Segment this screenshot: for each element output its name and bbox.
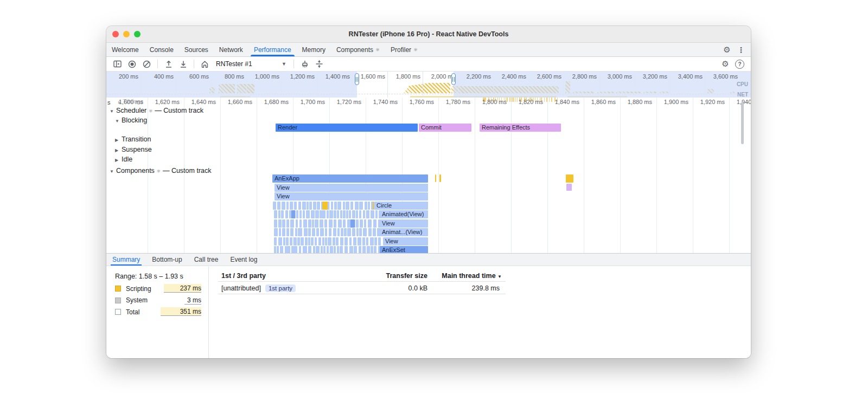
flame-micro-bar[interactable] — [291, 246, 293, 253]
flame-micro-bar[interactable] — [374, 246, 376, 253]
flame-micro-bar[interactable] — [340, 237, 343, 245]
flame-micro-bar[interactable] — [285, 210, 288, 218]
flame-bar[interactable]: Commit — [419, 124, 471, 132]
flame-micro-bar[interactable] — [308, 219, 311, 228]
flame-chart[interactable]: ▶ Timingss1,600 ms1,620 ms1,640 ms1,660 … — [106, 98, 751, 253]
flame-micro-bar[interactable] — [371, 210, 374, 218]
flame-micro-bar[interactable] — [273, 202, 276, 210]
flame-micro-bar[interactable] — [293, 237, 297, 245]
flame-micro-bar[interactable] — [298, 202, 301, 210]
flame-micro-bar[interactable] — [340, 210, 342, 218]
flame-micro-bar[interactable] — [306, 210, 310, 218]
flame-micro-bar[interactable] — [344, 228, 347, 236]
flame-micro-bar[interactable] — [366, 237, 368, 245]
load-profile-button[interactable] — [162, 58, 175, 70]
target-selector[interactable]: RNTester #1 ▼ — [213, 60, 290, 68]
track-suspense[interactable]: ▶Suspense — [115, 146, 152, 153]
column-header-party[interactable]: 1st / 3rd party — [221, 272, 266, 280]
selection-handle-right[interactable] — [451, 73, 456, 85]
flame-micro-bar[interactable] — [303, 210, 305, 218]
record-button[interactable] — [125, 58, 139, 70]
flame-micro-bar[interactable] — [353, 237, 356, 245]
flame-micro-bar[interactable] — [303, 246, 307, 253]
flame-micro-bar[interactable] — [312, 228, 315, 236]
flame-micro-bar[interactable] — [340, 246, 343, 253]
flame-micro-bar[interactable] — [356, 228, 359, 236]
flame-mark[interactable] — [435, 174, 436, 182]
flame-micro-bar[interactable] — [296, 219, 298, 228]
flame-micro-bar[interactable] — [325, 237, 327, 245]
flame-micro-bar[interactable] — [309, 202, 312, 210]
close-button[interactable] — [112, 31, 119, 37]
flame-micro-bar[interactable] — [301, 237, 304, 245]
help-icon[interactable]: ? — [735, 60, 744, 69]
gear-icon[interactable]: ⚙ — [722, 44, 732, 55]
collect-garbage-button[interactable] — [298, 58, 311, 70]
flame-micro-bar[interactable] — [315, 219, 318, 228]
flame-micro-bar[interactable] — [334, 202, 336, 210]
flame-micro-bar[interactable] — [325, 228, 328, 236]
flame-micro-bar[interactable] — [286, 219, 289, 228]
track-idle[interactable]: ▶Idle — [115, 156, 132, 163]
flame-micro-bar[interactable] — [368, 228, 371, 236]
details-tab-bottom-up[interactable]: Bottom-up — [146, 254, 188, 266]
flame-micro-bar[interactable] — [320, 219, 323, 228]
flame-micro-bar[interactable] — [329, 219, 333, 228]
flame-bar[interactable]: Render — [276, 124, 418, 132]
tab-memory[interactable]: Memory — [297, 43, 331, 56]
flame-micro-bar[interactable] — [299, 219, 302, 228]
flame-micro-bar[interactable] — [282, 202, 285, 210]
flame-micro-bar[interactable] — [334, 246, 336, 253]
capture-settings-button[interactable] — [312, 58, 326, 70]
track-transition[interactable]: ▶Transition — [115, 135, 151, 143]
flame-micro-bar[interactable] — [290, 228, 293, 236]
flame-micro-bar[interactable] — [333, 237, 335, 245]
flame-micro-bar[interactable] — [343, 219, 346, 228]
flame-micro-bar[interactable] — [311, 237, 314, 245]
flame-micro-bar[interactable] — [333, 228, 336, 236]
flame-bar[interactable]: Circle — [374, 202, 428, 210]
flame-micro-bar[interactable] — [350, 202, 354, 210]
flame-micro-bar[interactable] — [359, 210, 361, 218]
tab-performance[interactable]: Performance — [248, 43, 297, 56]
flame-micro-bar[interactable] — [277, 246, 279, 253]
flame-micro-bar[interactable] — [307, 202, 309, 210]
flame-micro-bar[interactable] — [324, 219, 328, 228]
flame-micro-bar[interactable] — [349, 246, 353, 253]
flame-micro-bar[interactable] — [373, 228, 376, 236]
flame-micro-bar[interactable] — [315, 210, 318, 218]
flame-bar[interactable]: Animat...(View) — [380, 228, 428, 236]
gear-icon[interactable]: ⚙ — [720, 59, 731, 69]
flame-mark[interactable] — [566, 174, 573, 183]
flame-micro-bar[interactable] — [371, 246, 373, 253]
flame-micro-bar[interactable] — [290, 219, 294, 228]
flame-mark[interactable] — [566, 184, 572, 191]
toggle-sidebar-button[interactable] — [111, 58, 124, 70]
flame-mark[interactable] — [322, 202, 328, 210]
flame-micro-bar[interactable] — [362, 237, 365, 245]
flame-micro-bar[interactable] — [344, 237, 348, 245]
flame-micro-bar[interactable] — [363, 228, 367, 236]
flame-micro-bar[interactable] — [341, 228, 343, 236]
track-blocking[interactable]: ▼Blocking — [115, 117, 147, 124]
minimize-button[interactable] — [123, 31, 130, 37]
flame-micro-bar[interactable] — [375, 210, 378, 218]
flame-micro-bar[interactable] — [356, 210, 358, 218]
flame-micro-bar[interactable] — [286, 237, 289, 245]
flame-micro-bar[interactable] — [360, 219, 363, 228]
flame-micro-bar[interactable] — [349, 210, 351, 218]
flame-bar[interactable]: View — [275, 184, 428, 192]
flame-micro-bar[interactable] — [328, 237, 331, 245]
flame-micro-bar[interactable] — [287, 246, 290, 253]
flame-micro-bar[interactable] — [373, 219, 376, 228]
clear-button[interactable] — [140, 58, 154, 70]
flame-micro-bar[interactable] — [313, 202, 316, 210]
flame-micro-bar[interactable] — [327, 210, 329, 218]
flame-micro-bar[interactable] — [368, 202, 370, 210]
flame-micro-bar[interactable] — [359, 246, 362, 253]
flame-micro-bar[interactable] — [274, 237, 277, 245]
details-tab-summary[interactable]: Summary — [106, 254, 146, 266]
flame-micro-bar[interactable] — [370, 237, 374, 245]
flame-micro-bar[interactable] — [274, 246, 276, 253]
flame-mark[interactable] — [373, 202, 374, 210]
